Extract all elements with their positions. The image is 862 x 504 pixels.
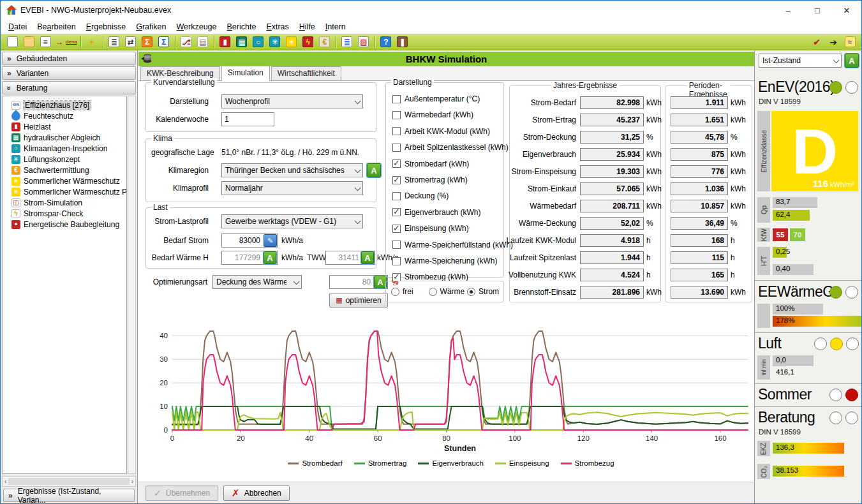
- radio-button[interactable]: [429, 288, 437, 296]
- toolbar-heizlast-button[interactable]: ▮: [218, 35, 233, 49]
- menu-extras[interactable]: Extras: [261, 20, 294, 33]
- sidebar-section-ergebnisse[interactable]: » Ergebnisse (Ist-Zustand, Varian...: [3, 489, 135, 502]
- toolbar-sum-orange-button[interactable]: Σ: [140, 35, 155, 49]
- radio-button[interactable]: [391, 288, 399, 296]
- checkbox-row[interactable]: Wärmebedarf (kWh): [392, 110, 473, 120]
- sidebar-item-baubegleitung[interactable]: ●Energetische Baubegleitung: [3, 219, 126, 230]
- sidebar-vertical-scrollbar[interactable]: [128, 96, 136, 474]
- toolbar-construction-layers-button[interactable]: ▤: [195, 35, 211, 49]
- checkbox-row[interactable]: Deckung (%): [392, 191, 449, 201]
- variant-select[interactable]: Ist-Zustand: [759, 54, 842, 68]
- menu-hilfe[interactable]: Hilfe: [294, 20, 320, 33]
- toolbar-schema-editor-button[interactable]: ⎇: [179, 35, 194, 49]
- checkbox-row[interactable]: Wärme-Speicherung (kWh): [392, 256, 497, 266]
- minimize-button[interactable]: –: [773, 1, 803, 20]
- menu-intern[interactable]: Intern: [320, 20, 351, 33]
- klimaprofil-select[interactable]: Normaljahr: [221, 181, 363, 195]
- checkbox-row[interactable]: Stromertrag (kWh): [392, 175, 468, 185]
- sidebar-item-hydraulik[interactable]: ▦hydraulischer Abgleich: [3, 132, 126, 143]
- checkbox-row[interactable]: Außentemperatur (°C): [392, 94, 480, 104]
- sidebar-item-stromspar[interactable]: ϟStromspar-Check: [3, 208, 126, 219]
- optimieren-button[interactable]: ▦ optimieren: [329, 293, 388, 308]
- toolbar-chart-view-button[interactable]: ≈: [842, 35, 858, 49]
- toolbar-help-button[interactable]: ?: [378, 35, 394, 49]
- toolbar-exit-button[interactable]: ❚: [395, 35, 410, 49]
- checkbox-row[interactable]: Arbeit Spitzenlastkessel (kWh): [392, 142, 509, 152]
- sidebar-item-sommer-pro[interactable]: ☀Sommerlicher Wärmeschutz Pro: [3, 186, 126, 197]
- toolbar-klimaanlagen-inspektion-button[interactable]: ○: [251, 35, 266, 49]
- toolbar-assistant-wand-button[interactable]: ✦: [84, 35, 100, 49]
- tab-wirtschaftlichkeit[interactable]: Wirtschaftlichkeit: [271, 66, 341, 80]
- sidebar-item-lueftung[interactable]: ✳Lüftungskonzept: [3, 154, 126, 165]
- radio-button[interactable]: [467, 288, 475, 296]
- checkbox[interactable]: [392, 192, 401, 200]
- sidebar-item-sachwert[interactable]: €Sachwertermittlung: [3, 165, 126, 175]
- toolbar-new-document-button[interactable]: [4, 35, 20, 49]
- strom-lastprofil-select[interactable]: Gewerbe werktags (VDEW - G1): [221, 214, 363, 228]
- sidebar-item-klima-inspektion[interactable]: ○Klimaanlagen-Inspektion: [3, 143, 126, 154]
- checkbox-row[interactable]: Eigenverbrauch (kWh): [392, 207, 480, 218]
- toolbar-copy-document-button[interactable]: ≡: [38, 35, 53, 49]
- checkbox-row[interactable]: Wärme-Speicherfüllstand (kWh): [392, 240, 513, 250]
- variant-auto-button[interactable]: A: [845, 54, 859, 68]
- toolbar-stromspar-check-button[interactable]: ϟ: [301, 35, 316, 49]
- sidebar-section-varianten[interactable]: » Varianten: [2, 66, 136, 80]
- uebernehmen-button[interactable]: ✓ Übernehmen: [145, 485, 218, 501]
- database-stack-icon[interactable]: [141, 54, 152, 64]
- sidebar-item-feuchteschutz[interactable]: Feuchteschutz: [3, 110, 126, 121]
- checkbox[interactable]: [392, 176, 401, 184]
- toolbar-report-builder-button[interactable]: ≣: [339, 35, 355, 49]
- checkbox[interactable]: [392, 208, 401, 216]
- sidebar-section-beratung[interactable]: » Beratung: [2, 81, 136, 94]
- toolbar-compare-variants-button[interactable]: ⇄: [123, 35, 138, 49]
- close-button[interactable]: ✕: [832, 1, 861, 20]
- waerme-auto-button[interactable]: A: [264, 251, 276, 264]
- toolbar-dena-export-button[interactable]: →dena: [54, 35, 77, 49]
- menu-ergebnisse[interactable]: Ergebnisse: [81, 20, 131, 33]
- toolbar-hydraulischer-abgleich-button[interactable]: ▦: [234, 35, 249, 49]
- checkbox[interactable]: [392, 159, 401, 168]
- toolbar-sum-blue-button[interactable]: Σ: [156, 35, 172, 49]
- kalenderwoche-input[interactable]: [221, 112, 274, 126]
- menu-grafiken[interactable]: Grafiken: [131, 20, 171, 33]
- checkbox[interactable]: [392, 127, 401, 135]
- checkbox[interactable]: [392, 95, 401, 103]
- sidebar-item-heizlast[interactable]: ▮Heizlast: [3, 121, 126, 132]
- optimierungsart-select[interactable]: Deckung des Wärmebed: [212, 275, 302, 289]
- sidebar-horizontal-scrollbar[interactable]: ‹ ›: [2, 476, 136, 487]
- sidebar-item-kfw[interactable]: KfWEffizienzhaus [276]: [3, 100, 126, 110]
- klimaregion-auto-button[interactable]: A: [367, 163, 381, 177]
- toolbar-sachwertermittlung-button[interactable]: €: [317, 35, 332, 49]
- sidebar-item-strom-sim[interactable]: ◫Strom-Simulation: [3, 197, 126, 208]
- scroll-left-icon[interactable]: ‹: [4, 478, 6, 485]
- menu-werkzeuge[interactable]: Werkzeuge: [171, 20, 221, 33]
- toolbar-transfer-results-button[interactable]: ➔: [826, 35, 841, 49]
- sidebar-section-gebaeudedaten[interactable]: » Gebäudedaten: [2, 52, 136, 65]
- menu-bearbeiten[interactable]: Bearbeiten: [32, 20, 80, 33]
- maximize-button[interactable]: □: [803, 1, 832, 20]
- tab-simulation[interactable]: Simulation: [221, 66, 270, 81]
- menu-berichte[interactable]: Berichte: [222, 20, 262, 33]
- checkbox[interactable]: [392, 273, 401, 281]
- checkbox-row[interactable]: Einspeisung (kWh): [392, 223, 469, 233]
- toolbar-lueftungskonzept-button[interactable]: ✳: [267, 35, 283, 49]
- toolbar-apply-check-button[interactable]: ✔: [809, 35, 824, 49]
- scroll-right-icon[interactable]: ›: [131, 478, 133, 485]
- checkbox-row[interactable]: Arbeit KWK-Modul (kWh): [392, 126, 490, 137]
- checkbox-row[interactable]: Strombedarf (kWh): [392, 159, 469, 169]
- checkbox[interactable]: [392, 111, 401, 119]
- menu-datei[interactable]: Datei: [3, 20, 32, 33]
- klimaregion-select[interactable]: Thüringer Becken und sächsisches Hügella…: [221, 163, 363, 177]
- checkbox[interactable]: [392, 225, 401, 233]
- abbrechen-button[interactable]: ✗ Abbrechen: [223, 485, 290, 501]
- prozent-auto-button[interactable]: A: [374, 276, 387, 288]
- sidebar-item-sommer[interactable]: ☀Sommerlicher Wärmeschutz: [3, 175, 126, 186]
- radio-strom[interactable]: Strom: [467, 287, 501, 296]
- scrollbar-thumb[interactable]: [8, 478, 129, 485]
- toolbar-sommerlicher-waermeschutz-button[interactable]: ☀: [284, 35, 299, 49]
- edit-pencil-icon[interactable]: ✎: [264, 234, 277, 247]
- checkbox[interactable]: [392, 144, 401, 152]
- toolbar-pdf-report-button[interactable]: ▨: [356, 35, 371, 49]
- toolbar-open-project-button[interactable]: [21, 35, 36, 49]
- checkbox[interactable]: [392, 241, 401, 249]
